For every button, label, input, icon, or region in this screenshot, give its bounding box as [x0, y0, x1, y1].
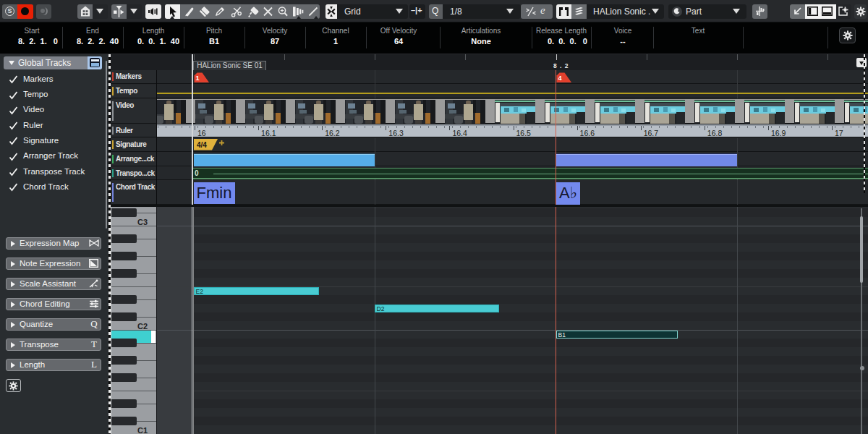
- svg-text:4/4: 4/4: [197, 140, 207, 148]
- svg-text:1: 1: [195, 75, 199, 82]
- svg-text:4: 4: [558, 75, 561, 82]
